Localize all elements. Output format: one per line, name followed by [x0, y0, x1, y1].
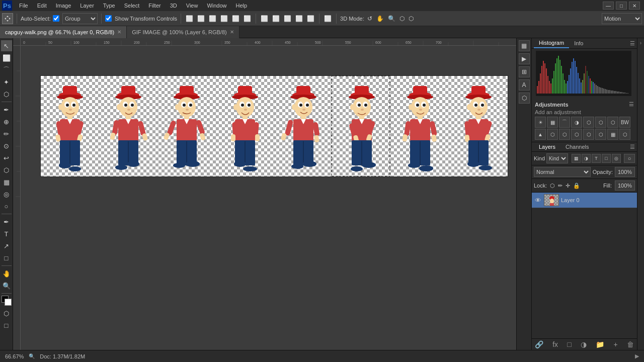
tool-crop[interactable]: ⬡: [1, 88, 12, 100]
close-btn[interactable]: ✕: [629, 2, 640, 10]
3d-zoom-btn[interactable]: 🔍: [387, 14, 396, 23]
tool-eraser[interactable]: ⬡: [1, 164, 12, 175]
tool-lasso[interactable]: ⌒: [1, 64, 12, 75]
link-layers-btn[interactable]: 🔗: [535, 340, 543, 348]
filter-toggle[interactable]: ○: [624, 154, 635, 163]
align-top-btn[interactable]: ⬜: [219, 14, 229, 23]
menu-select[interactable]: Select: [120, 2, 144, 10]
3d-extra2-btn[interactable]: ⬡: [408, 14, 415, 23]
delete-layer-btn[interactable]: 🗑: [627, 340, 634, 348]
menu-window[interactable]: Window: [203, 2, 230, 10]
tool-gradient[interactable]: ▦: [1, 176, 12, 188]
3d-extra-btn[interactable]: ⬡: [398, 14, 406, 23]
blend-mode-select[interactable]: Normal Multiply Screen: [534, 167, 591, 177]
restore-btn[interactable]: □: [616, 2, 627, 10]
info-tab[interactable]: Info: [569, 39, 588, 48]
adj-levels[interactable]: ▦: [547, 117, 558, 128]
auto-select-checkbox[interactable]: [53, 15, 59, 22]
tab-gif[interactable]: GIF IMAGE @ 100% (Layer 6, RGB/8) ✕: [127, 26, 239, 38]
lock-position-icon[interactable]: ✛: [566, 183, 570, 189]
tool-wand[interactable]: ✦: [1, 76, 12, 87]
lock-image-icon[interactable]: ✏: [558, 183, 562, 189]
adj-invert[interactable]: ⬡: [571, 129, 582, 140]
channels-tab[interactable]: Channels: [560, 142, 594, 151]
distribute-5-btn[interactable]: ⬜: [306, 14, 315, 23]
menu-layer[interactable]: Layer: [76, 2, 98, 10]
layers-menu-btn[interactable]: ☰: [630, 144, 635, 150]
new-group-btn[interactable]: 📁: [596, 340, 604, 348]
3d-rotate-btn[interactable]: ↺: [366, 14, 373, 23]
extra-btn-1[interactable]: ⬜: [323, 14, 333, 23]
panel-icon-1[interactable]: ▦: [519, 40, 530, 51]
status-arrow[interactable]: ▶: [635, 353, 639, 359]
tab-capguy[interactable]: capguy-walk.png @ 66.7% (Layer 0, RGB/8)…: [0, 26, 127, 38]
align-right-btn[interactable]: ⬜: [208, 14, 217, 23]
filter-shape-icon[interactable]: □: [602, 154, 611, 163]
tab-gif-close[interactable]: ✕: [230, 29, 234, 35]
layer-style-btn[interactable]: fx: [552, 340, 558, 348]
filter-smart-icon[interactable]: ◎: [612, 154, 621, 163]
tool-shape[interactable]: □: [1, 252, 12, 263]
tool-screen-mode[interactable]: □: [1, 320, 12, 331]
menu-image[interactable]: Image: [52, 2, 75, 10]
fill-input[interactable]: [615, 180, 635, 191]
move-tool-btn[interactable]: [2, 13, 13, 24]
distribute-1-btn[interactable]: ⬜: [260, 14, 269, 23]
tool-dodge[interactable]: ○: [1, 201, 12, 212]
filter-pixel-icon[interactable]: ▦: [572, 154, 581, 163]
tool-eyedropper[interactable]: ✒: [1, 104, 12, 115]
tab-capguy-close[interactable]: ✕: [117, 29, 121, 35]
layer-visibility-icon[interactable]: 👁: [534, 196, 542, 204]
adj-threshold[interactable]: ⬡: [595, 129, 606, 140]
tool-text[interactable]: T: [1, 228, 12, 239]
align-middle-btn[interactable]: ⬜: [231, 14, 240, 23]
tool-mask[interactable]: ⬡: [1, 308, 12, 319]
distribute-4-btn[interactable]: ⬜: [294, 14, 304, 23]
panel-icon-2[interactable]: ⊞: [519, 66, 530, 77]
layers-tab[interactable]: Layers: [534, 142, 560, 151]
tool-move[interactable]: ↖: [1, 40, 12, 51]
panel-icon-play[interactable]: ▶: [519, 53, 530, 64]
adj-channelmixer[interactable]: ⬡: [547, 129, 558, 140]
panel-icon-3[interactable]: A: [519, 79, 530, 90]
menu-file[interactable]: File: [15, 2, 32, 10]
new-adjustment-btn[interactable]: ◑: [581, 340, 587, 348]
adj-photofilter[interactable]: ▲: [535, 129, 546, 140]
kind-select[interactable]: Kind: [546, 153, 568, 163]
opacity-input[interactable]: [615, 167, 635, 177]
adj-vibrance[interactable]: ⬡: [583, 117, 594, 128]
align-left-btn[interactable]: ⬜: [185, 14, 194, 23]
histogram-tab[interactable]: Histogram: [534, 38, 569, 48]
align-center-btn[interactable]: ⬜: [196, 14, 206, 23]
tool-pen[interactable]: ✒: [1, 216, 12, 227]
transform-checkbox[interactable]: [105, 15, 112, 22]
tool-path[interactable]: ↗: [1, 240, 12, 251]
group-select[interactable]: Group Layer: [62, 13, 98, 24]
menu-view[interactable]: View: [182, 2, 202, 10]
canvas-container[interactable]: [21, 46, 516, 350]
add-mask-btn[interactable]: □: [567, 340, 571, 348]
distribute-3-btn[interactable]: ⬜: [283, 14, 292, 23]
adj-hsl[interactable]: ⬡: [595, 117, 606, 128]
panel-menu-btn[interactable]: ☰: [630, 40, 635, 47]
layer-item-0[interactable]: 👁 Layer 0: [532, 193, 637, 208]
fg-bg-colors[interactable]: [2, 296, 12, 306]
filter-type-icon[interactable]: T: [592, 154, 601, 163]
lock-transparent-icon[interactable]: ⬡: [550, 183, 555, 189]
distribute-2-btn[interactable]: ⬜: [271, 14, 281, 23]
adj-selectivecolor[interactable]: ⬡: [619, 129, 630, 140]
filter-adj-icon[interactable]: ◑: [582, 154, 591, 163]
menu-filter[interactable]: Filter: [144, 2, 165, 10]
lock-all-icon[interactable]: 🔒: [573, 183, 580, 189]
tool-clone[interactable]: ⊙: [1, 140, 12, 151]
collapse-panel-btn[interactable]: ›: [637, 38, 644, 350]
menu-help[interactable]: Help: [232, 2, 252, 10]
adj-curves[interactable]: ⌒: [559, 117, 570, 128]
adj-brightness[interactable]: ☀: [535, 117, 546, 128]
tool-brush[interactable]: ✏: [1, 128, 12, 139]
adj-colorbalance[interactable]: ⬡: [607, 117, 618, 128]
adj-menu-btn[interactable]: ☰: [629, 101, 634, 108]
panel-icon-4[interactable]: ⬡: [519, 93, 530, 104]
3d-pan-btn[interactable]: ✋: [375, 14, 385, 23]
tool-marquee[interactable]: ⬜: [1, 52, 12, 63]
